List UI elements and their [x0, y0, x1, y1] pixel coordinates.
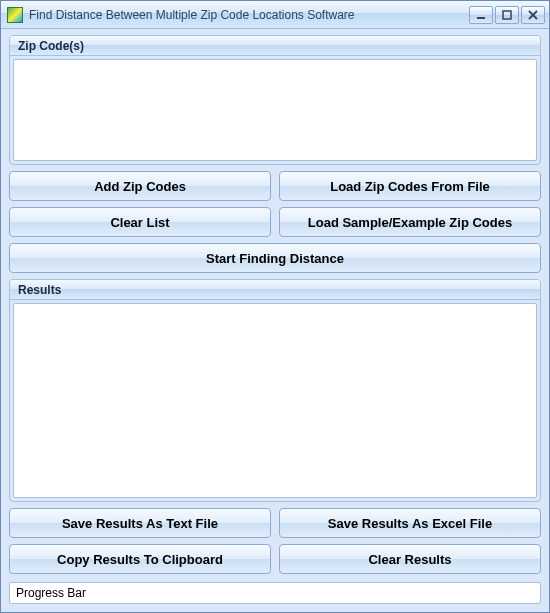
copy-results-clipboard-button[interactable]: Copy Results To Clipboard: [9, 544, 271, 574]
zip-codes-header: Zip Code(s): [10, 36, 540, 56]
zip-codes-list[interactable]: [13, 59, 537, 161]
results-header: Results: [10, 280, 540, 300]
progress-bar-label: Progress Bar: [16, 586, 86, 600]
minimize-button[interactable]: [469, 6, 493, 24]
start-finding-distance-button[interactable]: Start Finding Distance: [9, 243, 541, 273]
svg-rect-1: [503, 11, 511, 19]
zip-button-row-2: Clear List Load Sample/Example Zip Codes: [9, 207, 541, 237]
progress-bar: Progress Bar: [9, 582, 541, 604]
clear-results-button[interactable]: Clear Results: [279, 544, 541, 574]
app-icon: [7, 7, 23, 23]
results-list[interactable]: [13, 303, 537, 498]
load-zip-codes-file-button[interactable]: Load Zip Codes From File: [279, 171, 541, 201]
clear-list-button[interactable]: Clear List: [9, 207, 271, 237]
window-controls: [469, 6, 545, 24]
results-group: Results: [9, 279, 541, 502]
save-results-text-button[interactable]: Save Results As Text File: [9, 508, 271, 538]
close-icon: [528, 10, 538, 20]
titlebar: Find Distance Between Multiple Zip Code …: [1, 1, 549, 29]
add-zip-codes-button[interactable]: Add Zip Codes: [9, 171, 271, 201]
save-results-excel-button[interactable]: Save Results As Excel File: [279, 508, 541, 538]
zip-codes-body: [10, 56, 540, 164]
window-title: Find Distance Between Multiple Zip Code …: [29, 8, 469, 22]
close-button[interactable]: [521, 6, 545, 24]
results-body: [10, 300, 540, 501]
start-button-row: Start Finding Distance: [9, 243, 541, 273]
zip-codes-group: Zip Code(s): [9, 35, 541, 165]
results-button-row-2: Copy Results To Clipboard Clear Results: [9, 544, 541, 574]
minimize-icon: [476, 10, 486, 20]
app-window: Find Distance Between Multiple Zip Code …: [0, 0, 550, 613]
load-sample-zip-codes-button[interactable]: Load Sample/Example Zip Codes: [279, 207, 541, 237]
client-area: Zip Code(s) Add Zip Codes Load Zip Codes…: [1, 29, 549, 612]
maximize-button[interactable]: [495, 6, 519, 24]
zip-button-row-1: Add Zip Codes Load Zip Codes From File: [9, 171, 541, 201]
maximize-icon: [502, 10, 512, 20]
results-button-row-1: Save Results As Text File Save Results A…: [9, 508, 541, 538]
